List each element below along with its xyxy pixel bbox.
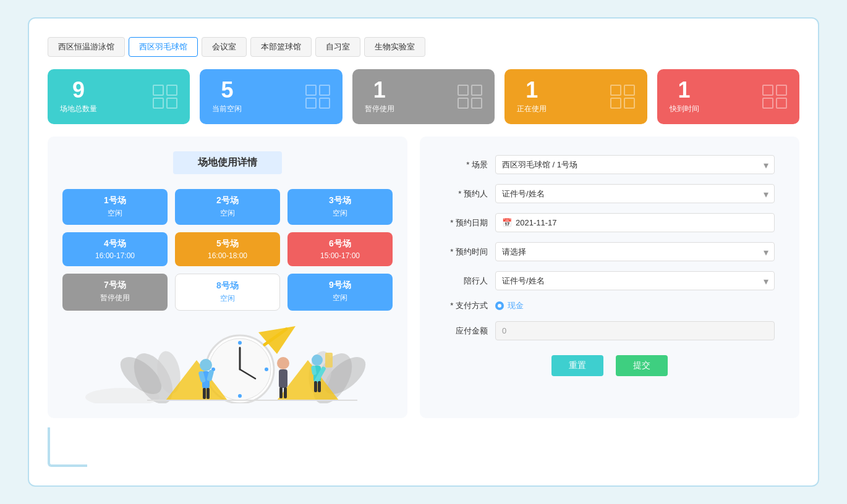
accompany-row: 陪行人 证件号/姓名	[445, 271, 775, 290]
time-label: * 预约时间	[445, 246, 488, 258]
panel-title-text: 场地使用详情	[173, 151, 282, 174]
stat-left-inuse: 1 正在使用	[517, 79, 547, 114]
svg-rect-23	[203, 388, 206, 399]
stats-row: 9 场地总数量 5 当前空闲	[48, 69, 799, 124]
stat-label-paused: 暂停使用	[365, 104, 394, 114]
stat-card-paused: 1 暂停使用	[352, 69, 495, 124]
stat-card-free: 5 当前空闲	[200, 69, 342, 124]
calendar-icon: 📅	[502, 218, 512, 227]
court-cell-c7[interactable]: 7号场 暂停使用	[62, 274, 168, 311]
booker-row: * 预约人 证件号/姓名	[445, 184, 775, 203]
submit-button[interactable]: 提交	[616, 355, 668, 376]
tab-tab4[interactable]: 本部篮球馆	[250, 37, 312, 57]
btn-row: 重置 提交	[445, 355, 775, 376]
payment-label: * 支付方式	[445, 300, 488, 311]
time-select[interactable]: 请选择	[495, 242, 775, 261]
tab-tab5[interactable]: 自习室	[315, 37, 360, 57]
court-status-c5: 16:00-18:00	[181, 251, 274, 260]
svg-rect-28	[284, 387, 287, 398]
time-row: * 预约时间 请选择	[445, 242, 775, 261]
tab-tab3[interactable]: 会议室	[202, 37, 247, 57]
amount-label: 应付金额	[445, 326, 488, 337]
court-status-c2: 空闲	[181, 208, 274, 219]
svg-point-29	[312, 355, 323, 366]
stat-icon-free	[305, 85, 330, 109]
svg-rect-34	[318, 381, 321, 392]
court-cell-c5[interactable]: 5号场 16:00-18:00	[175, 232, 280, 266]
date-input[interactable]: 📅 2021-11-17	[495, 213, 775, 232]
court-status-c9: 空闲	[294, 293, 386, 303]
court-name-c3: 3号场	[294, 195, 386, 206]
svg-rect-24	[206, 388, 210, 399]
court-cell-c9[interactable]: 9号场 空闲	[287, 274, 393, 311]
date-label: * 预约日期	[445, 217, 488, 229]
left-panel: 场地使用详情 1号场 空闲 2号场 空闲 3号场 空闲 4号场 16:00-17…	[48, 136, 407, 418]
amount-input[interactable]	[495, 321, 775, 340]
stat-label-inuse: 正在使用	[517, 104, 547, 114]
venue-label: * 场景	[445, 159, 488, 170]
payment-radio-dot[interactable]	[495, 301, 504, 310]
tab-tab6[interactable]: 生物实验室	[364, 37, 425, 57]
payment-row: * 支付方式 现金	[445, 300, 775, 311]
stat-number-inuse: 1	[526, 79, 538, 101]
stat-number-total: 9	[72, 79, 85, 101]
right-panel: * 场景 西区羽毛球馆 / 1号场 * 预约人 证件号/姓名 * 预约日	[420, 136, 799, 418]
stat-label-soon: 快到时间	[670, 104, 699, 114]
svg-point-4	[265, 368, 268, 371]
stat-left-total: 9 场地总数量	[60, 79, 97, 114]
court-cell-c8[interactable]: 8号场 空闲	[175, 274, 280, 311]
venue-select-wrapper[interactable]: 西区羽毛球馆 / 1号场	[495, 155, 775, 174]
court-grid: 1号场 空闲 2号场 空闲 3号场 空闲 4号场 16:00-17:00 5号场…	[62, 189, 393, 311]
stat-icon-total	[153, 85, 177, 109]
stat-label-total: 场地总数量	[60, 104, 97, 114]
venue-row: * 场景 西区羽毛球馆 / 1号场	[445, 155, 775, 174]
court-status-c6: 15:00-17:00	[294, 251, 386, 260]
outer-card: 西区恒温游泳馆西区羽毛球馆会议室本部篮球馆自习室生物实验室 9 场地总数量 5 …	[28, 17, 819, 487]
stat-number-free: 5	[221, 79, 233, 101]
booker-select-wrapper[interactable]: 证件号/姓名	[495, 184, 775, 203]
stat-card-soon: 1 快到时间	[657, 69, 799, 124]
venue-select[interactable]: 西区羽毛球馆 / 1号场	[495, 155, 775, 174]
booker-label: * 预约人	[445, 188, 488, 200]
court-name-c7: 7号场	[69, 280, 161, 291]
amount-row: 应付金额	[445, 321, 775, 340]
main-content: 场地使用详情 1号场 空闲 2号场 空闲 3号场 空闲 4号场 16:00-17…	[48, 136, 799, 418]
panel-title: 场地使用详情	[62, 151, 393, 174]
stat-card-inuse: 1 正在使用	[504, 69, 647, 124]
stat-icon-paused	[458, 85, 482, 109]
court-status-c8: 空闲	[182, 293, 273, 304]
date-row: * 预约日期 📅 2021-11-17	[445, 213, 775, 232]
svg-rect-35	[325, 353, 333, 368]
court-cell-c6[interactable]: 6号场 15:00-17:00	[287, 232, 393, 266]
booker-select[interactable]: 证件号/姓名	[495, 184, 775, 203]
court-cell-c1[interactable]: 1号场 空闲	[62, 189, 168, 225]
payment-radio-group[interactable]: 现金	[495, 300, 524, 311]
reset-button[interactable]: 重置	[551, 355, 603, 376]
stat-left-free: 5 当前空闲	[212, 79, 242, 114]
accompany-select-wrapper[interactable]: 证件号/姓名	[495, 271, 775, 290]
court-cell-c3[interactable]: 3号场 空闲	[287, 189, 393, 225]
court-name-c2: 2号场	[181, 195, 274, 206]
stat-icon-soon	[762, 85, 787, 109]
stat-left-paused: 1 暂停使用	[365, 79, 394, 114]
court-name-c9: 9号场	[294, 280, 386, 291]
time-select-wrapper[interactable]: 请选择	[495, 242, 775, 261]
court-status-c7: 暂停使用	[69, 293, 161, 303]
svg-rect-26	[279, 369, 287, 388]
tab-bar: 西区恒温游泳馆西区羽毛球馆会议室本部篮球馆自习室生物实验室	[48, 37, 799, 57]
court-name-c4: 4号场	[69, 238, 161, 250]
stat-card-total: 9 场地总数量	[48, 69, 190, 124]
court-cell-c2[interactable]: 2号场 空闲	[175, 189, 280, 225]
svg-rect-33	[314, 381, 317, 392]
court-status-c1: 空闲	[69, 208, 161, 219]
accompany-select[interactable]: 证件号/姓名	[495, 271, 775, 290]
accompany-label: 陪行人	[445, 275, 488, 287]
tab-tab2[interactable]: 西区羽毛球馆	[129, 37, 198, 57]
court-name-c8: 8号场	[182, 280, 273, 292]
court-status-c4: 16:00-17:00	[69, 251, 161, 260]
stat-left-soon: 1 快到时间	[670, 79, 699, 114]
tab-tab1[interactable]: 西区恒温游泳馆	[48, 37, 125, 57]
date-value: 2021-11-17	[516, 218, 557, 227]
court-cell-c4[interactable]: 4号场 16:00-17:00	[62, 232, 168, 266]
stat-number-soon: 1	[678, 79, 691, 101]
